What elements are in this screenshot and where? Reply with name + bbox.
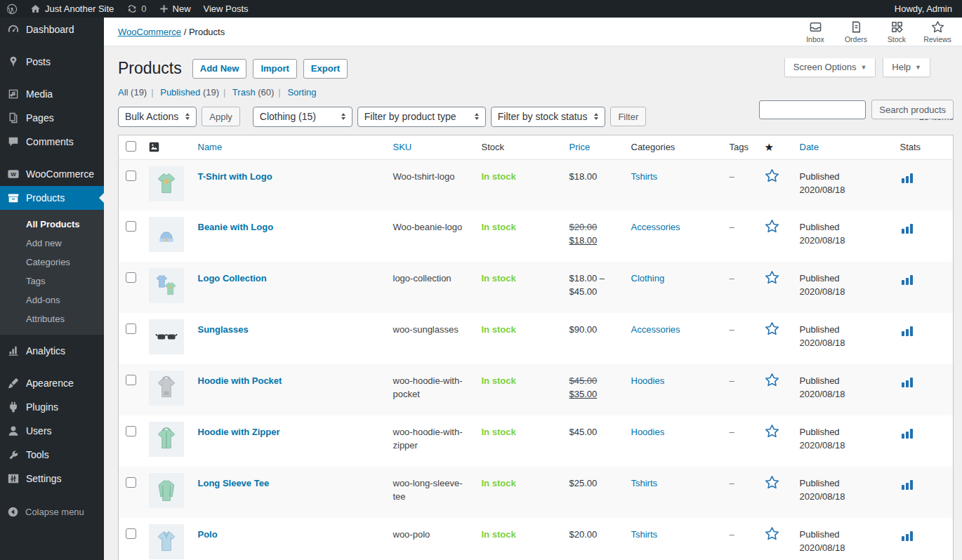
stats-icon[interactable]: [900, 426, 914, 440]
feature-toggle-star[interactable]: [765, 270, 779, 285]
view-sorting-link[interactable]: Sorting: [287, 87, 316, 98]
submenu-item-categories[interactable]: Categories: [0, 253, 104, 272]
product-thumbnail[interactable]: [149, 371, 184, 406]
sidebar-item-pages[interactable]: Pages: [0, 106, 104, 130]
row-checkbox[interactable]: [126, 375, 136, 385]
feature-toggle-star[interactable]: [765, 526, 779, 541]
activity-tab-inbox[interactable]: Inbox: [795, 19, 836, 45]
product-name-link[interactable]: Logo Collection: [198, 273, 267, 284]
product-type-filter-select[interactable]: Filter by product type: [357, 107, 486, 127]
sidebar-item-appearance[interactable]: Apearence: [0, 371, 104, 395]
site-name-menu[interactable]: Just Another Site: [24, 0, 120, 18]
stats-icon[interactable]: [900, 375, 914, 389]
product-name-link[interactable]: Polo: [198, 529, 218, 540]
submenu-item-tags[interactable]: Tags: [0, 272, 104, 291]
sidebar-item-analytics[interactable]: Analytics: [0, 339, 104, 363]
product-thumbnail[interactable]: [149, 473, 184, 508]
view-trash-link[interactable]: Trash (60): [232, 87, 275, 98]
sidebar-item-users[interactable]: Users: [0, 419, 104, 443]
row-checkbox[interactable]: [126, 221, 136, 232]
stats-icon[interactable]: [900, 528, 914, 542]
activity-tab-reviews[interactable]: Reviews: [917, 19, 958, 45]
product-category-link[interactable]: Hoodies: [631, 375, 665, 386]
add-new-button[interactable]: Add New: [192, 59, 247, 79]
product-category-link[interactable]: Tshirts: [631, 529, 658, 540]
stats-icon[interactable]: [900, 477, 914, 491]
sort-by-price-header[interactable]: Price: [569, 142, 591, 152]
feature-toggle-star[interactable]: [765, 373, 779, 387]
stats-icon[interactable]: [900, 171, 914, 185]
activity-tab-orders[interactable]: Orders: [836, 19, 876, 45]
wordpress-logo[interactable]: [0, 0, 24, 18]
stats-icon[interactable]: [900, 324, 914, 338]
product-name-link[interactable]: Beanie with Logo: [198, 222, 274, 232]
feature-toggle-star[interactable]: [765, 219, 779, 234]
category-filter-select[interactable]: Clothing (15): [253, 107, 352, 127]
new-content-menu[interactable]: New: [153, 0, 197, 18]
row-checkbox[interactable]: [126, 171, 136, 181]
feature-toggle-star[interactable]: [765, 321, 779, 336]
sidebar-item-products[interactable]: Products: [0, 186, 104, 210]
sidebar-item-dashboard[interactable]: Dashboard: [0, 18, 104, 41]
import-button[interactable]: Import: [253, 59, 296, 79]
product-thumbnail[interactable]: [149, 166, 184, 201]
product-name-link[interactable]: Hoodie with Pocket: [198, 375, 282, 386]
sidebar-item-settings[interactable]: Settings: [0, 467, 104, 491]
view-posts-menu[interactable]: View Posts: [197, 0, 255, 18]
view-all-link[interactable]: All (19): [118, 87, 147, 98]
row-checkbox[interactable]: [126, 426, 136, 436]
search-products-button[interactable]: Search products: [871, 100, 954, 119]
submenu-item-addons[interactable]: Add-ons: [0, 291, 104, 309]
sidebar-item-plugins[interactable]: Plugins: [0, 395, 104, 419]
search-input[interactable]: [759, 100, 866, 119]
breadcrumb-woocommerce-link[interactable]: WooCommerce: [118, 27, 181, 37]
product-category-link[interactable]: Hoodies: [631, 427, 665, 437]
product-thumbnail[interactable]: [149, 422, 184, 457]
submenu-item-all-products[interactable]: All Products: [0, 215, 104, 234]
sidebar-item-media[interactable]: Media: [0, 82, 104, 106]
stats-icon[interactable]: [900, 272, 914, 286]
stock-status-filter-select[interactable]: Filter by stock status: [491, 107, 606, 127]
submenu-item-attributes[interactable]: Attributes: [0, 309, 104, 328]
activity-tab-stock[interactable]: Stock: [876, 19, 917, 45]
product-thumbnail[interactable]: [149, 524, 184, 559]
apply-button[interactable]: Apply: [202, 107, 240, 126]
product-name-link[interactable]: Sunglasses: [198, 324, 249, 335]
product-category-link[interactable]: Accessories: [631, 324, 680, 335]
product-category-link[interactable]: Tshirts: [631, 171, 658, 182]
row-checkbox[interactable]: [126, 324, 136, 334]
bulk-actions-select[interactable]: Bulk Actions: [118, 107, 197, 127]
product-category-link[interactable]: Tshirts: [631, 478, 658, 488]
collapse-menu-button[interactable]: Colapse menu: [0, 500, 104, 524]
product-name-link[interactable]: Long Sleeve Tee: [198, 478, 270, 488]
product-category-link[interactable]: Clothing: [631, 273, 665, 284]
feature-toggle-star[interactable]: [765, 424, 779, 439]
product-thumbnail[interactable]: [149, 268, 184, 303]
product-thumbnail[interactable]: [149, 217, 184, 252]
stats-icon[interactable]: [900, 221, 914, 235]
help-button[interactable]: Help▼: [883, 58, 930, 77]
product-category-link[interactable]: Accessories: [631, 222, 680, 232]
select-all-checkbox[interactable]: [126, 141, 136, 152]
feature-toggle-star[interactable]: [765, 168, 779, 183]
sidebar-item-comments[interactable]: Comments: [0, 130, 104, 154]
howdy-menu[interactable]: Howdy, Admin: [895, 4, 962, 14]
sort-by-name-header[interactable]: Name: [198, 142, 223, 152]
filter-button[interactable]: Filter: [610, 107, 646, 126]
sort-by-sku-header[interactable]: SKU: [393, 142, 412, 152]
row-checkbox[interactable]: [126, 528, 136, 539]
sidebar-item-woocommerce[interactable]: W WooCommerce: [0, 162, 104, 186]
updates-menu[interactable]: 0: [120, 0, 152, 18]
product-name-link[interactable]: Hoodie with Zipper: [198, 427, 280, 437]
product-name-link[interactable]: T-Shirt with Logo: [198, 171, 272, 182]
screen-options-button[interactable]: Screen Options▼: [784, 58, 876, 77]
feature-toggle-star[interactable]: [765, 475, 779, 490]
sort-by-date-header[interactable]: Date: [800, 142, 819, 152]
sidebar-item-posts[interactable]: Posts: [0, 50, 104, 74]
product-thumbnail[interactable]: [149, 319, 184, 354]
view-published-link[interactable]: Published (19): [160, 87, 219, 98]
row-checkbox[interactable]: [126, 272, 136, 283]
submenu-item-add-new[interactable]: Add new: [0, 234, 104, 253]
export-button[interactable]: Export: [303, 59, 348, 79]
row-checkbox[interactable]: [126, 477, 136, 488]
